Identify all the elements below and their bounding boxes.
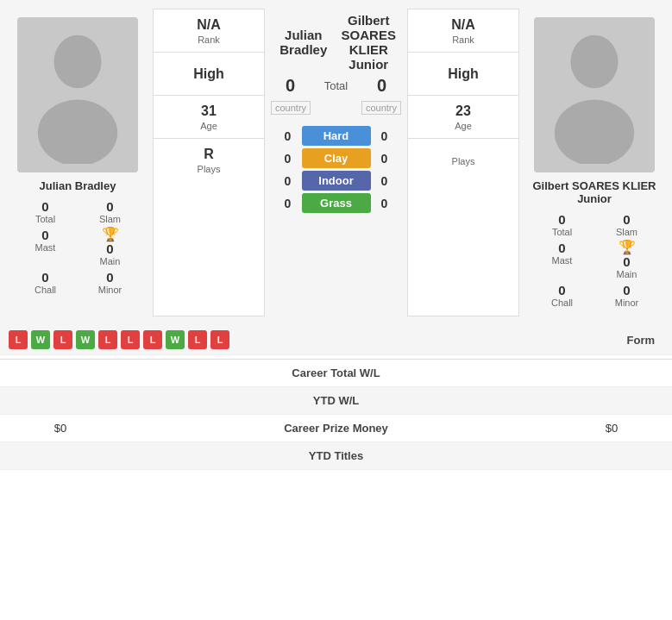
- left-detail-panel: N/A Rank High 31 Age R Plays: [153, 9, 265, 316]
- right-player-stats: 0 Total 0 Slam 0 Mast 🏆 0 Main 0: [525, 212, 663, 308]
- indoor-button[interactable]: Indoor: [302, 171, 371, 191]
- right-stat-mast: 0 Mast: [534, 241, 590, 279]
- right-player-name: Gilbert SOARES KLIER Junior: [525, 179, 663, 205]
- right-flag-img: country: [361, 101, 401, 115]
- left-trophy-icon: 🏆: [102, 228, 119, 241]
- left-stat-total: 0 Total: [17, 199, 73, 224]
- grass-score-right: 0: [376, 197, 393, 210]
- career-total-label: Career Total W/L: [112, 366, 560, 379]
- right-trophy-icon: 🏆: [619, 241, 636, 254]
- left-rank-cell: N/A Rank: [154, 9, 264, 53]
- center-right-name: Gilbert SOARES KLIER Junior: [336, 13, 402, 72]
- form-badge-4: W: [76, 330, 95, 349]
- form-badge-7: L: [143, 330, 162, 349]
- indoor-score-left: 0: [279, 174, 297, 188]
- ytd-titles-row: YTD Titles: [0, 442, 672, 470]
- right-stat-slam: 0 Slam: [599, 212, 655, 237]
- surface-row-hard: 0 Hard 0: [271, 126, 401, 146]
- player-names-row: Julian Bradley Gilbert SOARES KLIER Juni…: [271, 13, 401, 72]
- center-left-name: Julian Bradley: [271, 28, 336, 57]
- form-badge-2: W: [31, 330, 50, 349]
- surface-rows: 0 Hard 0 0 Clay 0 0 Indoor 0 0 Grass: [271, 126, 401, 213]
- clay-score-right: 0: [376, 152, 393, 166]
- surface-row-indoor: 0 Indoor 0: [271, 171, 401, 191]
- form-badge-1: L: [9, 330, 28, 349]
- bottom-section: Career Total W/L YTD W/L $0 Career Prize…: [0, 359, 672, 470]
- left-plays-cell: R Plays: [154, 139, 264, 182]
- hard-button[interactable]: Hard: [302, 126, 371, 146]
- right-high-cell: High: [408, 53, 518, 96]
- prize-money-left: $0: [9, 422, 112, 435]
- svg-point-0: [54, 35, 102, 89]
- svg-point-2: [571, 35, 619, 89]
- form-row: L W L W L L L W L L Form: [0, 325, 672, 355]
- prize-money-row: $0 Career Prize Money $0: [0, 415, 672, 442]
- left-player-stats: 0 Total 0 Slam 0 Mast 🏆 0 Main 0: [9, 199, 147, 295]
- hard-score-left: 0: [279, 129, 297, 143]
- clay-button[interactable]: Clay: [302, 148, 371, 168]
- right-stat-minor: 0 Minor: [599, 283, 655, 308]
- ytd-wl-label: YTD W/L: [112, 394, 560, 407]
- form-badge-3: L: [53, 330, 72, 349]
- clay-score-left: 0: [279, 152, 297, 166]
- hard-score-right: 0: [376, 129, 393, 143]
- prize-money-right: $0: [560, 422, 663, 435]
- right-country-flag: country: [361, 101, 401, 115]
- left-stat-minor: 0 Minor: [82, 270, 138, 295]
- form-badge-10: L: [210, 330, 229, 349]
- left-high-cell: High: [154, 53, 264, 96]
- surface-row-clay: 0 Clay 0: [271, 148, 401, 168]
- prize-money-label: Career Prize Money: [112, 422, 560, 435]
- left-trophy-icon-cell: 🏆 0 Main: [82, 228, 138, 266]
- left-age-cell: 31 Age: [154, 96, 264, 139]
- left-player-name: Julian Bradley: [40, 179, 116, 192]
- right-detail-panel: N/A Rank High 23 Age Plays: [407, 9, 519, 316]
- score-total-row: 0 Total 0: [271, 76, 401, 96]
- left-stat-mast: 0 Mast: [17, 228, 73, 266]
- left-country-flag: country: [271, 101, 311, 115]
- svg-point-3: [555, 100, 634, 165]
- form-badge-9: L: [188, 330, 207, 349]
- score-right: 0: [369, 76, 395, 96]
- right-trophy-icon-cell: 🏆 0 Main: [599, 241, 655, 279]
- career-total-row: Career Total W/L: [0, 360, 672, 387]
- top-area: Julian Bradley 0 Total 0 Slam 0 Mast 🏆 0: [0, 0, 672, 325]
- indoor-score-right: 0: [376, 174, 393, 188]
- score-left: 0: [278, 76, 304, 96]
- left-player-avatar: [17, 17, 138, 172]
- right-age-cell: 23 Age: [408, 96, 518, 139]
- surface-row-grass: 0 Grass 0: [271, 193, 401, 213]
- center-section: Julian Bradley Gilbert SOARES KLIER Juni…: [267, 9, 405, 316]
- right-player-card: Gilbert SOARES KLIER Junior 0 Total 0 Sl…: [521, 9, 668, 316]
- grass-button[interactable]: Grass: [302, 193, 371, 213]
- grass-score-left: 0: [279, 197, 297, 210]
- left-player-card: Julian Bradley 0 Total 0 Slam 0 Mast 🏆 0: [4, 9, 151, 316]
- right-player-avatar: [534, 17, 655, 172]
- svg-point-1: [38, 100, 117, 165]
- total-label: Total: [311, 79, 362, 92]
- form-badge-8: W: [166, 330, 185, 349]
- form-badge-5: L: [98, 330, 117, 349]
- right-rank-cell: N/A Rank: [408, 9, 518, 53]
- ytd-titles-label: YTD Titles: [112, 449, 560, 462]
- ytd-wl-row: YTD W/L: [0, 387, 672, 415]
- left-stat-slam: 0 Slam: [82, 199, 138, 224]
- left-flag-img: country: [271, 101, 311, 115]
- right-stat-total: 0 Total: [534, 212, 590, 237]
- form-badge-6: L: [121, 330, 140, 349]
- form-label: Form: [627, 334, 664, 347]
- right-plays-cell: Plays: [408, 139, 518, 182]
- main-container: Julian Bradley 0 Total 0 Slam 0 Mast 🏆 0: [0, 0, 672, 470]
- left-stat-chall: 0 Chall: [17, 270, 73, 295]
- right-stat-chall: 0 Chall: [534, 283, 590, 308]
